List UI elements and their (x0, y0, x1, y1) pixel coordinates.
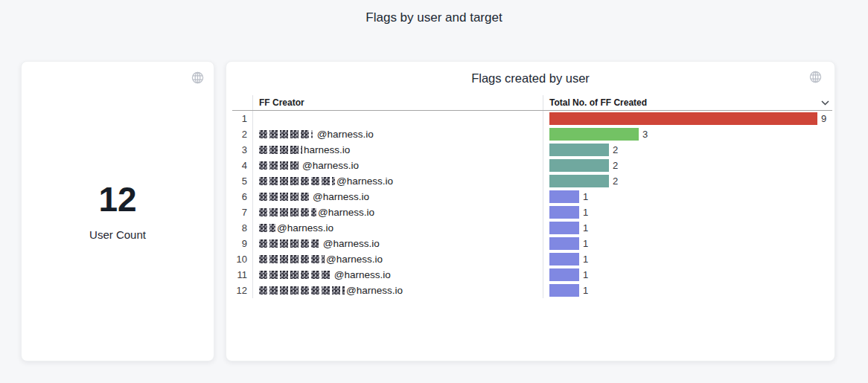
redacted-email (259, 177, 335, 185)
email-suffix: @harness.io (314, 129, 374, 140)
bar (549, 144, 609, 156)
email-suffix: @harness.io (302, 160, 359, 171)
table-body: 192 @harness.io33harness.io24@harness.io… (232, 111, 832, 298)
bar (549, 159, 609, 172)
bar-cell: 9 (543, 111, 832, 126)
bar-value: 3 (642, 129, 648, 140)
bar (549, 253, 579, 265)
row-rank: 6 (232, 189, 253, 205)
table-row[interactable]: 4@harness.io2 (232, 158, 832, 173)
email-suffix: @harness.io (336, 176, 393, 187)
globe-icon[interactable] (191, 71, 205, 85)
bar (549, 268, 579, 281)
row-rank: 11 (232, 267, 253, 283)
bar (549, 190, 579, 203)
bar-value: 1 (583, 285, 588, 296)
bar (549, 206, 579, 219)
redacted-email (259, 146, 302, 154)
email-suffix: @harness.io (326, 254, 383, 265)
user-count-card: 12 User Count (21, 61, 214, 361)
creator-cell (253, 111, 543, 126)
table-row[interactable]: 19 (232, 111, 832, 126)
bar-value: 2 (613, 160, 618, 171)
bar-value: 9 (821, 113, 826, 124)
bar-cell: 1 (543, 283, 832, 298)
bar-cell: 2 (543, 158, 832, 173)
bar-value: 1 (583, 222, 588, 234)
bar-value: 1 (583, 254, 588, 265)
redacted-email (259, 286, 345, 295)
bar-value: 1 (583, 269, 588, 280)
bar-cell: 1 (543, 251, 832, 267)
email-suffix: harness.io (304, 144, 350, 155)
user-count-label: User Count (89, 228, 146, 241)
table-row[interactable]: 2 @harness.io3 (232, 126, 832, 142)
redacted-email (259, 224, 275, 232)
row-rank: 9 (232, 236, 253, 251)
email-suffix: @harness.io (331, 269, 391, 280)
row-rank: 10 (232, 251, 253, 267)
bar (549, 128, 639, 141)
email-suffix: @harness.io (313, 191, 369, 202)
bar-cell: 1 (543, 236, 832, 251)
bar-cell: 2 (543, 142, 832, 158)
creator-cell: @harness.io (253, 236, 543, 251)
table-row[interactable]: 8@harness.io1 (232, 220, 832, 236)
chart-title: Flags created by user (226, 71, 835, 86)
table-row[interactable]: 7@harness.io1 (232, 205, 832, 220)
row-rank: 5 (232, 173, 253, 189)
row-number-column-header (232, 95, 253, 110)
globe-icon[interactable] (808, 70, 823, 84)
redacted-email (259, 130, 313, 138)
bar (549, 112, 817, 125)
bar-cell: 1 (543, 189, 832, 205)
column-header-label: Total No. of FF Created (549, 97, 647, 108)
redacted-email (259, 271, 330, 279)
user-count-content: 12 User Count (22, 62, 214, 361)
bar-value: 1 (583, 238, 588, 249)
bar (549, 175, 609, 187)
row-rank: 8 (232, 220, 253, 236)
redacted-email (259, 193, 311, 201)
email-suffix: @harness.io (318, 207, 374, 218)
creator-cell: @harness.io (253, 173, 543, 189)
creator-cell: @harness.io (253, 158, 543, 173)
bar-cell: 3 (543, 126, 832, 142)
table-row[interactable]: 11 @harness.io1 (232, 267, 832, 283)
bar-value: 2 (613, 144, 618, 155)
bar (549, 284, 579, 297)
email-suffix: @harness.io (346, 285, 403, 296)
column-header-total-ff-created[interactable]: Total No. of FF Created (543, 95, 832, 110)
table-header-row: FF Creator Total No. of FF Created (232, 95, 832, 111)
creator-cell: @harness.io (253, 189, 543, 205)
bar-cell: 1 (543, 220, 832, 236)
redacted-email (259, 255, 325, 263)
bar-value: 1 (583, 207, 588, 218)
creator-cell: @harness.io (253, 205, 543, 220)
table-row[interactable]: 9 @harness.io1 (232, 236, 832, 251)
bar-cell: 1 (543, 205, 832, 220)
row-rank: 7 (232, 205, 253, 220)
redacted-email (259, 161, 301, 170)
creator-cell: @harness.io (253, 283, 543, 298)
table-row[interactable]: 6@harness.io1 (232, 189, 832, 205)
creator-cell: @harness.io (253, 126, 543, 142)
creator-cell: @harness.io (253, 220, 543, 236)
creator-cell: @harness.io (253, 267, 543, 283)
bar (549, 222, 579, 234)
email-suffix: @harness.io (320, 238, 380, 249)
row-rank: 12 (232, 283, 253, 298)
chevron-down-icon[interactable] (821, 100, 829, 106)
user-count-value: 12 (98, 182, 136, 216)
column-header-ff-creator[interactable]: FF Creator (253, 95, 543, 110)
row-rank: 1 (232, 111, 253, 126)
table-row[interactable]: 12@harness.io1 (232, 283, 832, 298)
bar (549, 237, 579, 250)
table-row[interactable]: 5@harness.io2 (232, 173, 832, 189)
bar-cell: 1 (543, 267, 832, 283)
table-row[interactable]: 10@harness.io1 (232, 251, 832, 267)
page-title: Flags by user and target (0, 10, 868, 25)
table-row[interactable]: 3harness.io2 (232, 142, 832, 158)
flags-created-card: Flags created by user FF Creator Total N… (226, 61, 835, 361)
bar-value: 1 (583, 191, 588, 202)
